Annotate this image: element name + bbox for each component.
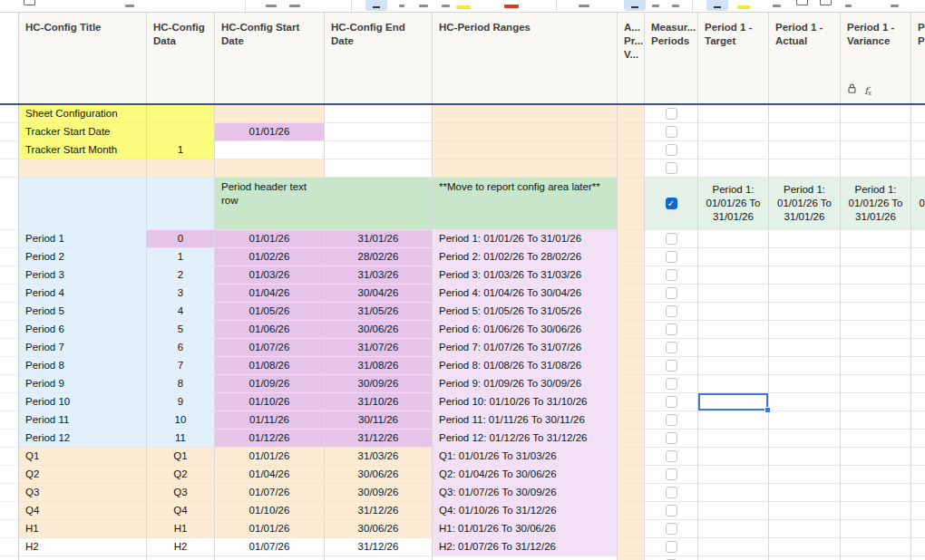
cell-data[interactable]: Q4 [147,502,215,520]
cell-apv[interactable] [618,484,645,502]
cell-data[interactable]: Q1 [147,448,215,466]
cell-apv[interactable] [618,430,645,448]
cell-start[interactable]: 01/02/26 [215,248,325,266]
measure-checkbox[interactable] [666,360,677,372]
cell-p1progress[interactable] [911,285,925,303]
cell-title[interactable] [19,159,147,178]
column-header-title[interactable]: HC-Config Title [19,13,147,103]
text-color-button[interactable] [456,5,471,9]
cell-p1progress[interactable] [911,375,925,393]
cell-p1actual[interactable] [769,520,841,538]
row-gutter[interactable] [0,230,19,248]
cell-title[interactable]: Sheet Configuration [19,105,147,123]
cell-end[interactable]: 30/09/26 [325,375,433,393]
cell-end[interactable] [325,123,433,141]
cell-p1progress[interactable] [911,556,925,560]
cell-p1variance[interactable] [841,375,911,393]
cell-data[interactable]: 1 [147,141,215,159]
cell-p1progress[interactable] [911,393,925,411]
cell-measure[interactable] [645,230,698,248]
cell-data[interactable] [147,123,215,141]
cell-apv[interactable] [618,248,645,266]
measure-checkbox[interactable] [666,523,677,535]
cell-data[interactable]: 4 [147,303,215,321]
cell-start[interactable]: 01/03/26 [215,266,325,285]
cell-p1target[interactable] [698,393,769,411]
column-header-measure[interactable]: Measur... Periods [645,13,698,103]
cell-apv[interactable] [618,411,645,430]
cell-p1progress[interactable] [911,141,925,159]
expand-icon[interactable] [796,0,808,5]
measure-checkbox[interactable] [666,269,677,281]
cell-measure[interactable] [645,248,698,266]
cell-start[interactable]: 01/01/26 [215,520,325,538]
measure-checkbox[interactable] [666,378,677,390]
cell-p1target[interactable] [698,538,769,556]
cell-title[interactable]: Period 12 [19,430,147,448]
cell-p1actual[interactable] [769,448,841,466]
cell-p1actual[interactable] [769,123,841,141]
layout-icon[interactable] [820,0,832,5]
cell-p1variance[interactable] [841,520,911,538]
cell-end[interactable]: 31/08/26 [325,357,433,375]
cell-title[interactable]: Tracker Start Month [19,141,147,159]
cell-end[interactable] [325,178,433,230]
measure-checkbox[interactable] [666,126,677,138]
cell-data[interactable]: 6 [147,339,215,357]
cell-p1progress[interactable] [911,321,925,339]
zoom-icon[interactable] [773,5,781,7]
cell-p1variance[interactable]: Period 1: 01/01/26 To 31/01/26 [841,178,911,230]
row-gutter[interactable] [0,484,19,502]
cell-measure[interactable] [645,339,698,357]
cell-start[interactable] [215,556,325,560]
measure-checkbox[interactable] [666,233,677,245]
cell-data[interactable]: 11 [147,430,215,448]
cell-range[interactable] [433,556,618,560]
wrap-text-button[interactable] [624,0,646,11]
cell-p1actual[interactable] [769,141,841,159]
cell-p1progress[interactable]: Period 1: 01/01/26 To 31/01/26 [911,178,925,230]
cell-range[interactable]: **Move to report config area later** [433,178,618,230]
cell-p1target[interactable] [698,159,769,178]
cell-start[interactable]: 01/06/26 [215,321,325,339]
bold-button[interactable] [365,0,387,11]
cell-p1actual[interactable] [769,303,841,321]
column-header-data[interactable]: HC-Config Data [147,13,215,103]
measure-checkbox[interactable] [666,251,677,263]
cell-title[interactable]: Period 7 [19,339,147,357]
column-header-p1actual[interactable]: Period 1 - Actual [769,13,841,103]
cell-title[interactable]: Period 3 [19,266,147,285]
cell-p1actual[interactable] [769,466,841,484]
cell-range[interactable] [433,159,618,178]
cell-title[interactable]: Period 4 [19,285,147,303]
cell-apv[interactable] [618,123,645,141]
cell-p1variance[interactable] [841,248,911,266]
cell-p1actual[interactable] [769,430,841,448]
row-gutter[interactable] [0,556,19,560]
cell-data[interactable]: 7 [147,357,215,375]
cell-end[interactable]: 31/01/26 [325,230,433,248]
cell-title[interactable]: Period 2 [19,248,147,266]
cell-end[interactable]: 28/02/26 [325,248,433,266]
cell-p1target[interactable] [698,339,769,357]
measure-checkbox[interactable] [666,305,677,317]
cell-data[interactable]: H2 [147,538,215,556]
cell-p1target[interactable] [698,411,769,430]
cell-data[interactable]: 5 [147,321,215,339]
cell-range[interactable]: H1: 01/01/26 To 30/06/26 [433,520,618,538]
cell-start[interactable]: 01/09/26 [215,375,325,393]
cell-p1progress[interactable] [911,357,925,375]
cell-apv[interactable] [618,538,645,556]
row-gutter[interactable] [0,357,19,375]
cell-p1variance[interactable] [841,502,911,520]
cell-start[interactable]: 01/01/26 [215,448,325,466]
cell-data[interactable]: 9 [147,393,215,411]
cell-data[interactable]: Q3 [147,484,215,502]
cell-p1variance[interactable] [841,393,911,411]
row-gutter[interactable] [0,159,19,178]
merge-cells-icon[interactable] [579,5,589,7]
cell-apv[interactable] [618,339,645,357]
measure-checkbox[interactable] [666,414,677,426]
cell-measure[interactable] [645,321,698,339]
cell-start[interactable]: 01/01/26 [215,230,325,248]
